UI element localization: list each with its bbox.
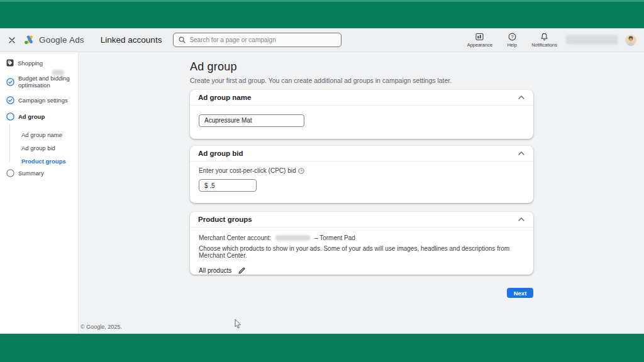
topbar-actions: Appearance ? Help Notifications xyxy=(467,33,557,48)
chevron-up-icon[interactable] xyxy=(518,216,525,222)
page-title: Ad group xyxy=(190,60,533,74)
chevron-up-icon[interactable] xyxy=(518,150,525,156)
step-sidebar: Shopping Budget and bidding optimisation xyxy=(0,52,79,334)
avatar[interactable] xyxy=(625,35,636,46)
notifications-label: Notifications xyxy=(531,42,557,48)
step-connector-line xyxy=(9,124,10,162)
topbar-page-title: Linked accounts xyxy=(101,35,162,45)
product-groups-card-header[interactable]: Product groups xyxy=(190,212,533,228)
copyright-text: © Google, 2025. xyxy=(80,324,122,330)
shopping-tag-icon xyxy=(6,59,14,67)
sidebar-subitem-product-groups[interactable]: Product groups xyxy=(21,155,75,166)
redacted-merchant-id xyxy=(275,235,310,241)
step-current-icon xyxy=(6,112,14,121)
appearance-label: Appearance xyxy=(467,42,492,48)
search-bar[interactable] xyxy=(173,33,341,47)
appearance-button[interactable]: Appearance xyxy=(467,33,492,48)
sidebar-item-label: Shopping xyxy=(18,60,43,67)
merchant-account-label: Merchant Center account: xyxy=(199,234,271,241)
search-input[interactable] xyxy=(189,36,341,43)
window-frame-top-strip xyxy=(0,0,644,2)
sidebar-item-shopping[interactable]: Shopping xyxy=(6,59,75,67)
edit-pencil-icon[interactable] xyxy=(238,266,246,274)
ad-group-name-card-header[interactable]: Ad group name xyxy=(190,90,533,106)
notifications-icon xyxy=(540,33,548,41)
search-icon xyxy=(179,36,186,43)
product-groups-description: Choose which products to show in your ad… xyxy=(199,245,525,259)
notifications-button[interactable]: Notifications xyxy=(531,33,557,48)
sidebar-item-ad-group[interactable]: Ad group xyxy=(6,112,75,121)
sidebar-subitem-ad-group-name[interactable]: Ad group name xyxy=(21,128,75,140)
svg-text:?: ? xyxy=(301,169,303,173)
sidebar-item-budget-bidding[interactable]: Budget and bidding optimisation xyxy=(6,75,75,89)
product-groups-card: Product groups Merchant Center account: … xyxy=(190,212,533,275)
chevron-up-icon[interactable] xyxy=(518,94,525,101)
next-button[interactable]: Next xyxy=(507,288,533,298)
ad-group-name-card: Ad group name xyxy=(190,90,533,139)
topbar: Google Ads Linked accounts Appearance xyxy=(0,28,644,52)
step-upcoming-icon xyxy=(6,169,14,177)
ad-group-name-input[interactable] xyxy=(199,114,304,127)
sidebar-item-label: Campaign settings xyxy=(18,97,68,104)
help-button[interactable]: ? Help xyxy=(502,33,521,48)
redacted-account-info xyxy=(566,35,618,45)
sidebar-item-label: Budget and bidding optimisation xyxy=(18,75,75,89)
google-ads-window: Google Ads Linked accounts Appearance xyxy=(0,28,644,334)
ad-group-bid-card-header[interactable]: Ad group bid xyxy=(190,146,533,162)
cpc-bid-label: Enter your cost-per-click (CPC) bid xyxy=(199,167,296,174)
sidebar-subitem-ad-group-bid[interactable]: Ad group bid xyxy=(21,141,75,153)
appearance-icon xyxy=(475,33,484,41)
close-icon[interactable] xyxy=(8,36,16,44)
step-completed-icon xyxy=(6,96,14,104)
help-label: Help xyxy=(507,42,516,48)
google-ads-logo-icon[interactable] xyxy=(24,35,35,45)
help-icon: ? xyxy=(508,33,516,41)
all-products-label: All products xyxy=(199,267,231,274)
cpc-bid-input[interactable] xyxy=(199,179,257,192)
brand-name: Google Ads xyxy=(39,35,84,45)
main-content: Ad group Create your first ad group. You… xyxy=(79,52,644,334)
merchant-account-name: – Torment Pad xyxy=(314,234,355,241)
sidebar-item-label: Summary xyxy=(18,170,44,177)
step-completed-icon xyxy=(6,78,14,86)
help-icon[interactable]: ? xyxy=(298,168,304,174)
sidebar-item-campaign-settings[interactable]: Campaign settings xyxy=(6,96,75,104)
page-subtitle: Create your first ad group. You can crea… xyxy=(190,77,533,84)
ad-group-bid-card: Ad group bid Enter your cost-per-click (… xyxy=(190,146,533,203)
sidebar-item-label: Ad group xyxy=(18,113,45,120)
svg-text:?: ? xyxy=(511,34,513,40)
sidebar-item-summary[interactable]: Summary xyxy=(6,169,75,177)
